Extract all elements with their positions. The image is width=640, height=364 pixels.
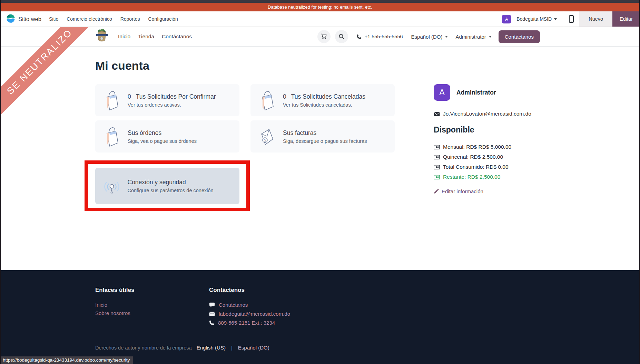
company-switcher[interactable]: Bodeguita MSID (516, 16, 557, 22)
footer-email-link[interactable]: labodeguita@mercasid.com.do (209, 311, 290, 317)
shopping-bag-icon (102, 126, 121, 148)
chat-bubble-icon (209, 302, 215, 308)
language-link-espanol[interactable]: Español (DO) (238, 345, 269, 351)
nav-contactanos[interactable]: Contáctanos (162, 33, 192, 40)
chevron-down-icon (489, 36, 492, 38)
footer-contact-title: Contáctenos (209, 287, 290, 294)
neutralized-banner: Database neutralized for testing: no ema… (0, 3, 640, 11)
highlight-annotation: Conexión y seguridad Configure sus parám… (85, 160, 250, 211)
invoice-icon: $ (257, 126, 277, 148)
language-link-english[interactable]: English (US) (197, 345, 226, 351)
backend-user-avatar[interactable]: A (502, 15, 511, 23)
user-name: Administrator (455, 34, 486, 40)
pencil-icon (434, 189, 439, 194)
backend-menu-sitio[interactable]: Sitio (48, 15, 59, 23)
company-name: Bodeguita MSID (516, 16, 552, 22)
window-border-left (0, 0, 1, 364)
cart-icon (321, 33, 327, 40)
footer-phone-link[interactable]: 809-565-2151 Ext.: 3234 (209, 320, 290, 326)
security-key-icon (102, 175, 121, 197)
card-solicitudes-por-confirmar[interactable]: 0Tus Solicitudes Por Confirmar Ver tus o… (95, 84, 239, 116)
status-url-tooltip: https://bodeguitagsid-qa-23433194.dev.od… (1, 356, 133, 364)
card-title: Sus facturas (283, 129, 316, 137)
card-title: Tus Solicitudes Canceladas (291, 93, 365, 100)
footer-link-sobre-nosotros[interactable]: Sobre nosotros (95, 310, 209, 316)
envelope-icon (434, 112, 440, 116)
chevron-down-icon (554, 18, 557, 20)
odoo-app-brand[interactable]: Sitio web (6, 14, 41, 24)
banknote-icon (434, 165, 440, 169)
edit-button[interactable]: Editar (612, 11, 640, 27)
edit-info-label: Editar información (442, 188, 483, 194)
card-subtitle: Siga, descargue o pague sus facturas (283, 138, 367, 144)
shopping-bag-icon (257, 89, 277, 111)
copyright-text: Derechos de autor y nombre de la empresa (95, 345, 192, 351)
chevron-down-icon (445, 36, 448, 38)
card-solicitudes-canceladas[interactable]: 0Tus Solicitudes Canceladas Ver tus Soli… (250, 84, 395, 116)
stat-label: Total Consumido: RD$ 0.00 (443, 164, 509, 170)
search-button[interactable] (335, 30, 348, 43)
stat-restante: Restante: RD$ 2,500.00 (434, 174, 540, 180)
card-subtitle: Siga, vea o pague sus órdenes (128, 138, 197, 144)
card-count: 0 (128, 93, 131, 100)
contact-button[interactable]: Contáctanos (499, 30, 540, 43)
search-icon (338, 33, 345, 40)
nav-tienda[interactable]: Tienda (138, 33, 154, 40)
banknote-icon (434, 155, 440, 159)
card-count: 0 (283, 93, 286, 100)
backend-app-name: Sitio web (18, 16, 41, 22)
site-footer: Enlaces útiles Inicio Sobre nosotros Con… (0, 270, 640, 364)
card-sus-facturas[interactable]: $ Sus facturas Siga, descargue o pague s… (250, 120, 395, 153)
new-button[interactable]: Nuevo (579, 11, 612, 27)
header-phone-number: +1 555-555-5556 (365, 34, 403, 39)
stat-label: Mensual: RD$ RD$ 5,000.00 (443, 144, 511, 150)
cart-button[interactable] (317, 30, 331, 43)
envelope-icon (209, 312, 215, 316)
footer-contact-label: Contáctanos (219, 302, 248, 308)
mobile-preview-icon[interactable] (569, 15, 574, 23)
stat-label: Restante: RD$ 2,500.00 (443, 174, 500, 180)
phone-icon (356, 34, 362, 39)
language-dropdown[interactable]: Español (DO) (411, 34, 448, 40)
card-conexion-seguridad[interactable]: Conexión y seguridad Configure sus parám… (95, 168, 239, 204)
menubar-divider (564, 11, 564, 27)
banknote-icon (434, 145, 440, 149)
section-divider (434, 139, 540, 139)
nav-inicio[interactable]: Inicio (118, 33, 130, 40)
window-title-strip (0, 0, 640, 3)
footer-phone-label: 809-565-2151 Ext.: 3234 (218, 320, 275, 326)
website-page: SE NEUTRALIZO Inicio Tienda Contáctanos (0, 27, 640, 364)
phone-icon (209, 320, 214, 325)
svg-text:$: $ (264, 138, 266, 142)
header-phone-link[interactable]: +1 555-555-5556 (356, 34, 403, 39)
sidebar-user-email: Jo.VicensLovaton@mercasid.com.do (443, 111, 531, 117)
card-sus-ordenes[interactable]: Sus órdenes Siga, vea o pague sus órdene… (95, 120, 239, 153)
backend-menu-reportes[interactable]: Reportes (120, 15, 141, 23)
stat-quincenal: Quincenal: RD$ 2,500.00 (434, 154, 540, 160)
stat-mensual: Mensual: RD$ RD$ 5,000.00 (434, 144, 540, 150)
avatar: A (434, 84, 450, 101)
card-subtitle: Ver tus ordenes activas. (128, 102, 216, 108)
account-sidebar: A Administrator Jo.VicensLovaton@mercasi… (434, 84, 540, 211)
language-separator: | (231, 345, 233, 351)
backend-menu-configuracion[interactable]: Configuración (148, 15, 179, 23)
card-subtitle: Ver tus Solicitudes canceladas. (283, 102, 365, 108)
backend-menubar: Sitio web Sitio Comercio electrónico Rep… (0, 11, 640, 27)
website-app-icon (6, 14, 15, 24)
card-title: Conexión y seguridad (128, 179, 186, 186)
footer-link-inicio[interactable]: Inicio (95, 302, 209, 308)
stat-label: Quincenal: RD$ 2,500.00 (443, 154, 503, 160)
sidebar-user-name: Administrator (456, 89, 496, 96)
backend-menu-ecommerce[interactable]: Comercio electrónico (66, 15, 113, 23)
footer-contact-link[interactable]: Contáctanos (209, 302, 290, 308)
footer-email-label: labodeguita@mercasid.com.do (219, 311, 290, 317)
neutralized-banner-text: Database neutralized for testing: no ema… (268, 4, 372, 10)
card-subtitle: Configure sus parámetros de conexión (128, 188, 214, 193)
banknote-icon (434, 175, 440, 179)
available-section-title: Disponible (434, 125, 540, 135)
main-content: Mi cuenta 0Tus So (0, 47, 640, 270)
user-dropdown[interactable]: Administrator (455, 34, 491, 40)
site-logo[interactable] (95, 28, 108, 45)
edit-info-link[interactable]: Editar información (434, 188, 540, 194)
footer-links-title: Enlaces útiles (95, 287, 209, 294)
